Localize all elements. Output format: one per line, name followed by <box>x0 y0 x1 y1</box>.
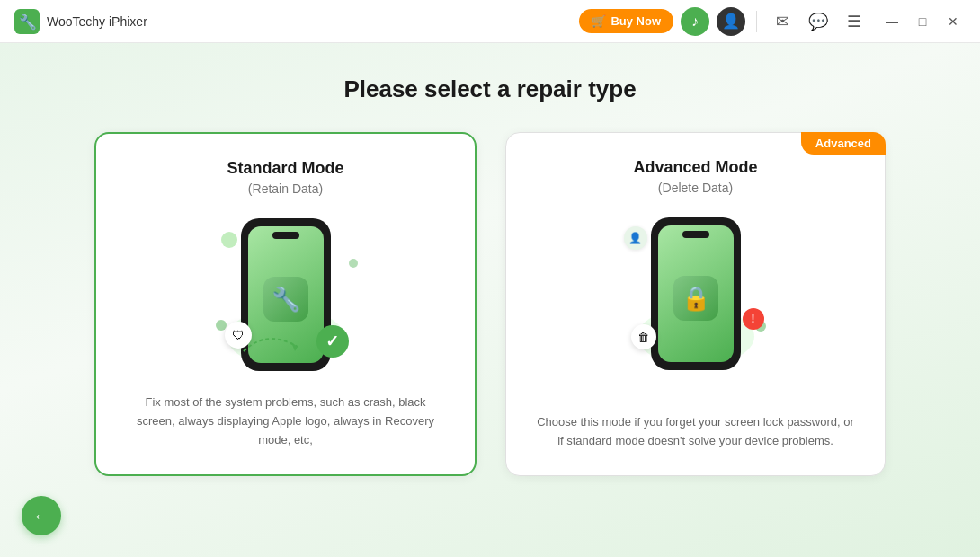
phone-notch <box>272 232 299 239</box>
standard-card-subtitle: (Retain Data) <box>248 181 323 196</box>
titlebar: 🔧 WooTechy iPhixer 🛒 Buy Now ♪ 👤 ✉ 💬 ☰ — <box>0 0 980 43</box>
cards-container: Standard Mode (Retain Data) 🔧 <box>94 132 886 476</box>
trash-icon: 🗑 <box>637 331 649 344</box>
back-arrow-icon: ← <box>32 506 50 526</box>
buy-now-icon: 🛒 <box>592 14 606 28</box>
music-icon: ♪ <box>691 13 699 30</box>
wrench-icon-box: 🔧 <box>263 277 308 322</box>
check-icon: ✓ <box>325 332 339 351</box>
advanced-card-description: Choose this mode if you forget your scre… <box>535 393 856 450</box>
main-content: Please select a repair type Standard Mod… <box>0 43 980 557</box>
minimize-button[interactable]: — <box>879 9 904 34</box>
advanced-card-title: Advanced Mode <box>633 158 757 177</box>
minimize-icon: — <box>886 14 898 29</box>
standard-mode-card[interactable]: Standard Mode (Retain Data) 🔧 <box>94 132 477 476</box>
checkmark-badge: ✓ <box>316 325 349 358</box>
back-button[interactable]: ← <box>22 496 61 535</box>
adv-phone-notch <box>682 231 709 238</box>
lock-icon: 🔒 <box>682 285 710 313</box>
deco-circle-3 <box>349 259 358 268</box>
svg-text:🔧: 🔧 <box>19 13 37 31</box>
advanced-phone-screen: 🔒 <box>658 225 734 362</box>
advanced-mode-card[interactable]: Advanced Advanced Mode (Delete Data) 🔒 <box>505 132 886 476</box>
standard-phone-illustration: 🔧 🛡 ✓ <box>214 214 358 376</box>
menu-icon: ☰ <box>847 12 861 31</box>
wrench-icon: 🔧 <box>272 286 300 314</box>
svg-marker-2 <box>291 342 298 351</box>
buy-now-button[interactable]: 🛒 Buy Now <box>579 9 673 33</box>
mail-button[interactable]: ✉ <box>768 7 797 36</box>
music-button[interactable]: ♪ <box>681 7 709 36</box>
app-title: WooTechy iPhixer <box>47 14 579 29</box>
deco-circle-1 <box>221 232 237 248</box>
chat-icon: 💬 <box>808 12 828 31</box>
maximize-icon: □ <box>919 14 926 29</box>
maximize-button[interactable]: □ <box>910 9 935 34</box>
menu-button[interactable]: ☰ <box>840 7 869 36</box>
close-icon: ✕ <box>948 14 958 29</box>
app-logo: 🔧 <box>14 9 40 34</box>
close-button[interactable]: ✕ <box>940 9 966 34</box>
profile-button[interactable]: 👤 <box>717 7 745 36</box>
mail-icon: ✉ <box>776 12 789 31</box>
lock-icon-box: 🔒 <box>673 276 718 321</box>
divider <box>756 11 757 32</box>
advanced-phone-body: 🔒 <box>651 217 741 370</box>
standard-card-description: Fix most of the system problems, such as… <box>125 393 446 449</box>
chat-button[interactable]: 💬 <box>804 7 833 36</box>
warning-icon: ! <box>752 313 755 325</box>
advanced-card-subtitle: (Delete Data) <box>658 181 733 195</box>
user-icon: 👤 <box>722 13 740 30</box>
standard-card-title: Standard Mode <box>227 159 343 178</box>
window-controls: — □ ✕ <box>879 9 966 34</box>
advanced-badge: Advanced <box>801 132 886 155</box>
advanced-phone-illustration: 🔒 🗑 ! 👤 <box>624 213 768 375</box>
user-badge: 👤 <box>624 226 647 250</box>
trash-badge: 🗑 <box>631 324 656 349</box>
warning-badge: ! <box>743 308 764 330</box>
page-title: Please select a repair type <box>343 75 636 103</box>
buy-now-label: Buy Now <box>610 14 661 28</box>
user-small-icon: 👤 <box>628 232 642 244</box>
deco-circle-2 <box>216 320 227 331</box>
titlebar-actions: 🛒 Buy Now ♪ 👤 ✉ 💬 ☰ — □ ✕ <box>579 7 966 36</box>
dashed-arrow-svg <box>239 324 302 356</box>
